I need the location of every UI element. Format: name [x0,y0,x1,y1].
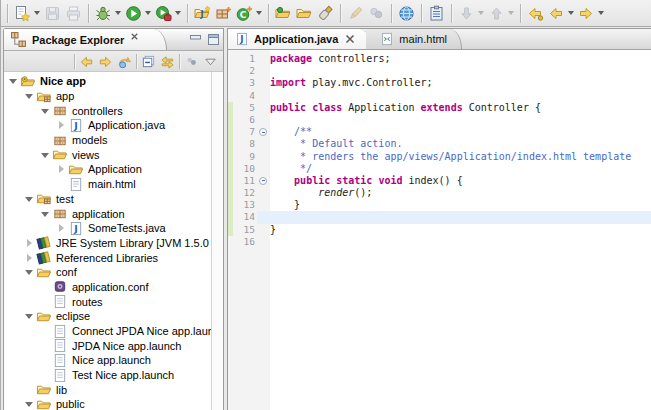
up-button[interactable] [115,52,134,71]
disclosure-triangle-icon[interactable] [40,106,50,116]
maximize-view-icon[interactable] [207,33,220,46]
tree-item-nice-app[interactable]: Nice app [4,74,223,89]
focus-button[interactable] [182,52,201,71]
tree-item-application-java[interactable]: JApplication.java [4,118,223,133]
tasks-button[interactable] [426,2,447,25]
debug-button[interactable] [93,2,123,25]
code-line-text[interactable]: public static void index() { [270,175,651,187]
collapse-fold-icon[interactable] [259,177,267,185]
tree-item-routes[interactable]: routes [4,294,223,309]
search-button[interactable] [315,2,336,25]
last-edit-location-button[interactable] [525,2,546,25]
tree-item-eclipse[interactable]: eclipse [4,309,223,324]
collapse-all-button[interactable] [139,52,158,71]
tree-scrollbar[interactable] [211,72,223,410]
code-line-text[interactable] [270,211,651,223]
previous-annotation-button[interactable] [486,2,516,25]
disclosure-triangle-icon[interactable] [8,76,18,86]
code-line-text[interactable] [270,65,651,77]
code-line-text[interactable]: * renders the app/views/Application/inde… [270,151,651,163]
tree-item-models[interactable]: models [4,133,223,148]
tab-package-explorer[interactable]: Package Explorer [4,29,167,50]
new-button[interactable] [12,2,42,25]
dropdown-caret-icon[interactable] [256,11,262,15]
disclosure-triangle-icon[interactable] [24,194,34,204]
tree-item-application[interactable]: Application [4,162,223,177]
tree-item-conf[interactable]: conf [4,265,223,280]
code-line-text[interactable]: render(); [270,187,651,199]
save-button[interactable] [42,2,63,25]
tree-item-lib[interactable]: lib [4,382,223,397]
code-line-text[interactable]: * Default action. [270,138,651,150]
dropdown-caret-icon[interactable] [598,11,604,15]
tree-item-application[interactable]: application [4,206,223,221]
forward-history-button[interactable] [96,52,115,71]
tree-item-main-html[interactable]: main.html [4,177,223,192]
code-line-text[interactable]: } [270,199,651,211]
disclosure-triangle-icon[interactable] [56,164,66,174]
tree-item-jre-system-library-jvm-1-5-0-mac[interactable]: JRE System Library [JVM 1.5.0 (Mac [4,236,223,251]
disclosure-triangle-icon[interactable] [40,209,50,219]
code-line-text[interactable]: */ [270,163,651,175]
link-with-editor-button[interactable] [158,52,177,71]
dropdown-caret-icon[interactable] [508,11,514,15]
team-button[interactable] [366,2,387,25]
code-line-text[interactable]: } [270,224,651,236]
dropdown-caret-icon[interactable] [568,11,574,15]
tree-item-test-nice-app-launch[interactable]: Test Nice app.launch [4,368,223,383]
disclosure-triangle-icon[interactable] [24,91,34,101]
disclosure-triangle-icon[interactable] [40,150,50,160]
disclosure-triangle-icon[interactable] [24,267,34,277]
code-line-text[interactable]: /** [270,126,651,138]
tab-application-java[interactable]: J Application.java [228,29,372,49]
open-type-button[interactable] [273,2,294,25]
code-editor[interactable]: 1package controllers;23import play.mvc.C… [228,50,651,410]
run-external-tools-button[interactable] [153,2,183,25]
disclosure-triangle-icon[interactable] [56,120,66,130]
tree-item-sometests-java[interactable]: JSomeTests.java [4,221,223,236]
pencil-button[interactable] [345,2,366,25]
tree-item-nice-app-launch[interactable]: Nice app.launch [4,353,223,368]
run-button[interactable] [123,2,153,25]
tree-item-public[interactable]: public [4,397,223,410]
code-line-text[interactable] [270,236,651,248]
tree-item-controllers[interactable]: controllers [4,103,223,118]
new-java-class-button[interactable]: C [234,2,264,25]
code-line-text[interactable] [270,90,651,102]
dropdown-caret-icon[interactable] [175,11,181,15]
tree-item-test[interactable]: test [4,192,223,207]
disclosure-triangle-icon[interactable] [56,223,66,233]
dropdown-caret-icon[interactable] [478,11,484,15]
disclosure-triangle-icon[interactable] [24,238,34,248]
print-button[interactable] [63,2,84,25]
back-button[interactable] [546,2,576,25]
new-java-project-button[interactable]: J [192,2,213,25]
dropdown-caret-icon[interactable] [145,11,151,15]
collapse-fold-icon[interactable] [259,128,267,136]
forward-button[interactable] [576,2,606,25]
tree-item-application-conf[interactable]: application.conf [4,280,223,295]
close-icon[interactable] [129,31,146,48]
back-history-button[interactable] [77,52,96,71]
open-resource-button[interactable] [294,2,315,25]
tree-item-app[interactable]: app [4,89,223,104]
disclosure-triangle-icon[interactable] [24,311,34,321]
tree-item-views[interactable]: views [4,147,223,162]
code-line-text[interactable]: package controllers; [270,53,651,65]
minimize-view-icon[interactable] [189,33,202,46]
tree-item-connect-jpda-nice-app-launch[interactable]: Connect JPDA Nice app.launch [4,324,223,339]
tree-item-referenced-libraries[interactable]: Referenced Libraries [4,250,223,265]
code-line-text[interactable]: public class Application extends Control… [270,102,651,114]
tab-main-html[interactable]: main.html [366,29,462,49]
dropdown-caret-icon[interactable] [34,11,40,15]
close-icon[interactable] [343,32,357,46]
next-annotation-button[interactable] [456,2,486,25]
tree-item-jpda-nice-app-launch[interactable]: JPDA Nice app.launch [4,338,223,353]
code-line-text[interactable]: import play.mvc.Controller; [270,77,651,89]
code-line-text[interactable] [270,114,651,126]
web-browser-button[interactable] [396,2,417,25]
new-java-package-button[interactable] [213,2,234,25]
view-menu-button[interactable] [201,52,220,71]
disclosure-triangle-icon[interactable] [24,253,34,263]
disclosure-triangle-icon[interactable] [24,399,34,409]
